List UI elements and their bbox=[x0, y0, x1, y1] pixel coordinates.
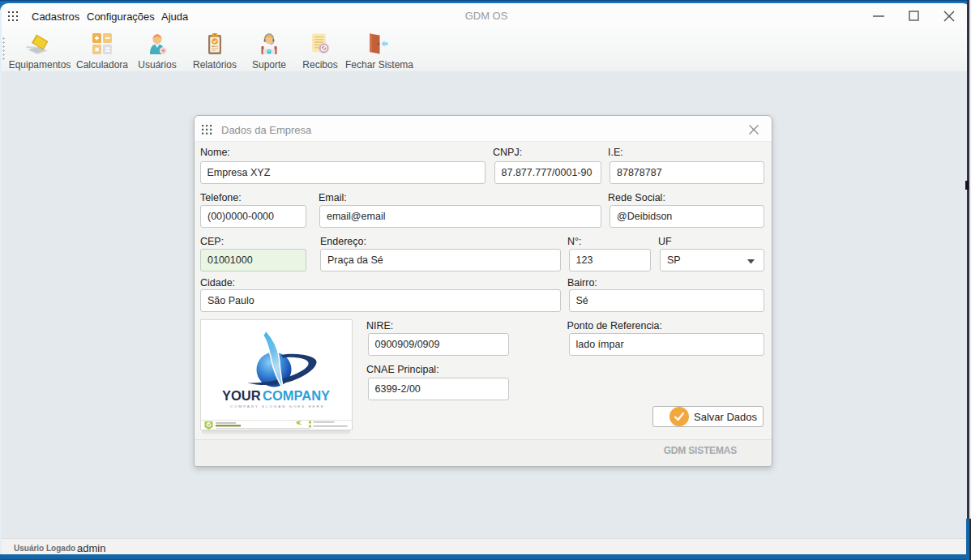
svg-text:YOUR: YOUR bbox=[222, 388, 261, 403]
svg-text:COMPANY SLOGAN GOES HERE: COMPANY SLOGAN GOES HERE bbox=[230, 404, 325, 408]
svg-text:COMPANY: COMPANY bbox=[263, 388, 330, 403]
